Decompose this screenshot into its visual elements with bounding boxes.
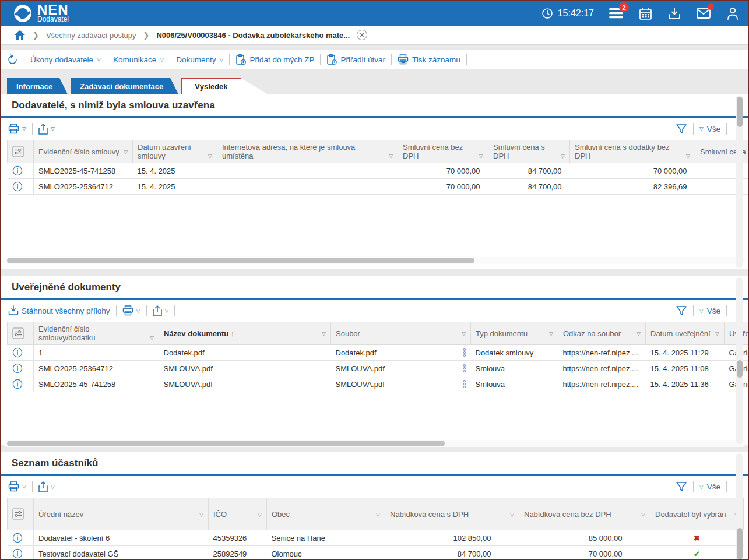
- column-header[interactable]: Evidenční číslo smlouvy/dodatku▽: [34, 322, 159, 345]
- tab-content: Dodavatelé, s nimiž byla smlouva uzavřen…: [1, 94, 748, 560]
- cell: SMLO2025-25364712: [34, 361, 159, 376]
- clipboard-add-icon: [235, 54, 246, 65]
- filter-triangle-icon[interactable]: ▽: [479, 153, 483, 160]
- filter-triangle-icon[interactable]: ▽: [124, 149, 128, 156]
- horizontal-scrollbar[interactable]: [3, 257, 746, 264]
- info-icon[interactable]: [8, 376, 34, 392]
- column-header[interactable]: Úřední název▽: [34, 498, 209, 530]
- tab-informace[interactable]: Informace: [7, 78, 68, 94]
- column-header[interactable]: Obec▽: [267, 498, 385, 530]
- print-button[interactable]: ▽: [122, 305, 140, 316]
- column-header[interactable]: Smluvní cena s DPH▽: [488, 140, 570, 163]
- column-chooser-button[interactable]: [8, 322, 34, 345]
- filter-all-button[interactable]: ▽Vše: [699, 307, 720, 315]
- column-header[interactable]: Dodavatel byl vybrán▽: [650, 498, 744, 530]
- table-row[interactable]: SMLO2025-45-741258SMLOUVA.pdfSMLOUVA.pdf…: [8, 376, 748, 392]
- filter-icon[interactable]: [676, 305, 687, 316]
- filter-triangle-icon[interactable]: ▽: [150, 335, 154, 342]
- vertical-scrollbar[interactable]: [736, 277, 743, 444]
- mail-icon[interactable]: [697, 6, 711, 20]
- breadcrumb-item[interactable]: Všechny zadávací postupy: [46, 31, 136, 40]
- column-header[interactable]: Odkaz na soubor▽: [558, 322, 646, 345]
- table-row[interactable]: 1Dodatek.pdfDodatek.pdfDodatek smlouvyht…: [8, 345, 748, 361]
- file-menu-icon[interactable]: [463, 348, 466, 357]
- filter-triangle-icon[interactable]: ▽: [208, 153, 212, 160]
- filter-triangle-icon[interactable]: ▽: [637, 331, 641, 338]
- filter-triangle-icon[interactable]: ▽: [199, 512, 203, 519]
- filter-icon[interactable]: [676, 123, 687, 135]
- menu-dokumenty[interactable]: Dokumenty▽: [176, 55, 223, 64]
- filter-triangle-icon[interactable]: ▽: [686, 153, 690, 160]
- info-icon[interactable]: [8, 163, 34, 179]
- filter-all-button[interactable]: ▽Vše: [699, 482, 720, 491]
- export-button[interactable]: ▽: [153, 305, 169, 316]
- filter-triangle-icon[interactable]: ▽: [258, 512, 262, 519]
- filter-triangle-icon[interactable]: ▽: [510, 512, 514, 519]
- column-header[interactable]: Nabídková cena s DPH▽: [385, 498, 519, 530]
- file-menu-icon[interactable]: [463, 364, 466, 373]
- filter-triangle-icon[interactable]: ▽: [389, 153, 393, 160]
- vertical-scrollbar[interactable]: [736, 96, 743, 268]
- table-row[interactable]: SMLO2025-45-74125815. 4. 202570 000,0084…: [8, 163, 748, 179]
- print-button[interactable]: ▽: [8, 124, 26, 134]
- print-record-button[interactable]: Tisk záznamu: [398, 54, 460, 65]
- close-icon[interactable]: ✕: [357, 30, 367, 40]
- filter-triangle-icon[interactable]: ▽: [641, 512, 645, 519]
- column-header[interactable]: Smluvní cena bez DPH▽: [398, 140, 488, 163]
- cell: 15. 4. 2025 11:29: [646, 345, 725, 361]
- file-menu-icon[interactable]: [463, 379, 466, 389]
- info-icon[interactable]: [8, 530, 34, 546]
- filter-triangle-icon[interactable]: ▽: [715, 331, 719, 338]
- filter-all-button[interactable]: ▽Vše: [699, 125, 720, 133]
- table-row[interactable]: SMLO2025-25364712SMLOUVA.pdfSMLOUVA.pdfS…: [8, 361, 748, 376]
- breadcrumb-current[interactable]: N006/25/V00003846 - Dodávka zubolékařské…: [156, 31, 350, 40]
- cell: [217, 179, 398, 195]
- cell: 85 000,00: [519, 530, 650, 546]
- export-button[interactable]: ▽: [38, 481, 55, 492]
- column-chooser-button[interactable]: [8, 498, 34, 530]
- column-chooser-button[interactable]: [8, 140, 34, 163]
- tab-vysledek[interactable]: Výsledek: [181, 78, 241, 94]
- menu-komunikace[interactable]: Komunikace▽: [113, 55, 164, 64]
- filter-triangle-icon[interactable]: ▽: [561, 153, 565, 160]
- menu-ukony-dodavatele[interactable]: Úkony dodavatele▽: [30, 55, 101, 64]
- table-row[interactable]: Dodavatel - školení 645359326Senice na H…: [8, 530, 744, 546]
- filter-icon[interactable]: [676, 481, 687, 492]
- tab-zadavaci-dokumentace[interactable]: Zadávací dokumentace: [71, 78, 178, 94]
- column-header[interactable]: Název dokumentu ↑▽: [159, 322, 331, 345]
- home-icon[interactable]: [14, 30, 26, 40]
- column-header[interactable]: Evidenční číslo smlouvy▽: [34, 140, 133, 163]
- calendar-icon[interactable]: [638, 6, 652, 20]
- cell: 84 700,00: [488, 179, 570, 195]
- filter-triangle-icon[interactable]: ▽: [322, 331, 326, 338]
- column-header[interactable]: Soubor▽: [331, 322, 471, 345]
- column-header[interactable]: Internetová adresa, na které je smlouva …: [217, 140, 398, 163]
- table-row[interactable]: Testovací dodavatel GŠ25892549Olomouc84 …: [8, 546, 744, 560]
- column-header[interactable]: Smluvní cena s dodatky bez DPH▽: [570, 140, 695, 163]
- column-header[interactable]: Nabídková cena bez DPH▽: [519, 498, 650, 530]
- download-all-attachments-button[interactable]: Stáhnout všechny přílohy: [8, 305, 110, 316]
- info-icon[interactable]: [8, 179, 34, 195]
- export-button[interactable]: ▽: [38, 124, 55, 135]
- column-header[interactable]: Datum uzavření smlouvy▽: [133, 140, 217, 163]
- user-icon[interactable]: [726, 6, 740, 20]
- info-icon[interactable]: [8, 345, 34, 361]
- column-header[interactable]: IČO▽: [209, 498, 267, 530]
- horizontal-scrollbar[interactable]: [3, 440, 746, 447]
- column-header[interactable]: Datum uveřejnění▽: [646, 322, 725, 345]
- add-to-my-zp-button[interactable]: Přidat do mých ZP: [235, 54, 314, 65]
- assign-unit-button[interactable]: Přiřadit útvar: [326, 54, 385, 65]
- filter-triangle-icon[interactable]: ▽: [462, 331, 466, 338]
- info-icon[interactable]: [8, 546, 34, 560]
- table-row[interactable]: SMLO2025-2536471215. 4. 202570 000,0084 …: [8, 179, 748, 195]
- brand[interactable]: NEN Dodavatel: [13, 3, 69, 23]
- downloads-icon[interactable]: [667, 6, 681, 20]
- print-button[interactable]: ▽: [8, 481, 26, 492]
- filter-triangle-icon[interactable]: ▽: [549, 331, 553, 338]
- refresh-icon[interactable]: [7, 54, 18, 65]
- vertical-scrollbar[interactable]: [736, 453, 743, 560]
- info-icon[interactable]: [8, 361, 34, 376]
- column-header[interactable]: Typ dokumentu▽: [471, 322, 558, 345]
- menu-icon[interactable]: 2: [609, 6, 623, 20]
- filter-triangle-icon[interactable]: ▽: [376, 512, 380, 519]
